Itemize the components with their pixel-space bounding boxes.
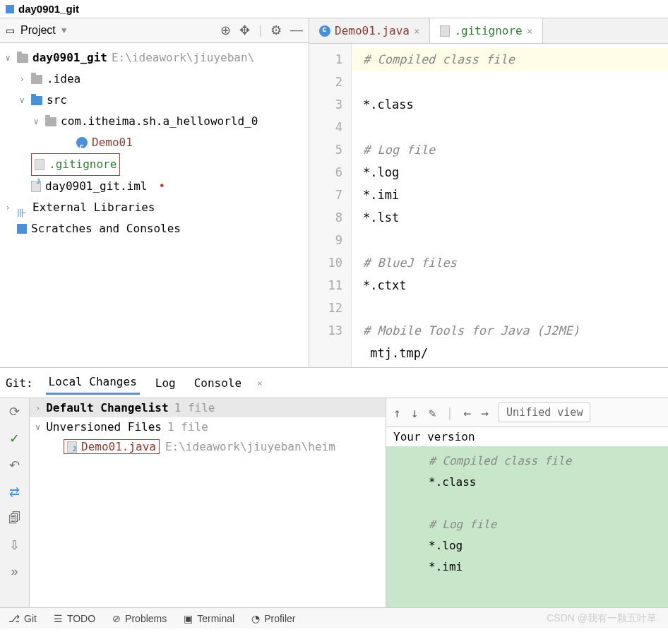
tree-item-scratches[interactable]: Scratches and Consoles: [0, 218, 309, 239]
git-panel: Git: Local Changes Log Console × ⟳ ✓ ↶ ⇄…: [0, 367, 668, 607]
tab-label: .gitignore: [454, 24, 522, 37]
label: day0901_git.iml: [45, 176, 148, 197]
close-icon[interactable]: ×: [527, 25, 532, 37]
class-icon: [76, 137, 88, 148]
your-version-label: Your version: [386, 427, 668, 446]
chevron-down-icon[interactable]: ∨: [3, 47, 13, 68]
chevron-right-icon[interactable]: ›: [3, 197, 13, 218]
git-label: Git:: [6, 376, 33, 390]
main-split: ▭ Project ▼ ⊕ ✥ | ⚙ — ∨ day0901_git E:\i…: [0, 18, 668, 367]
forward-icon[interactable]: →: [481, 405, 489, 420]
tree-item-iml[interactable]: day0901_git.iml •: [0, 176, 309, 197]
file-name: Demo01.java: [81, 440, 156, 453]
diff-toolbar: ↑ ↓ ✎ | ← → Unified view: [386, 398, 668, 427]
dropdown-icon[interactable]: ▼: [60, 25, 68, 35]
chevron-down-icon[interactable]: ∨: [35, 422, 40, 432]
library-icon: [17, 203, 28, 213]
commit-icon[interactable]: ✓: [9, 431, 20, 446]
label: Scratches and Consoles: [31, 218, 181, 239]
prev-change-icon[interactable]: ↑: [393, 405, 401, 420]
bottom-problems[interactable]: ⊘Problems: [104, 610, 175, 627]
tree-item-idea[interactable]: › .idea: [0, 68, 309, 90]
folder-icon: [31, 96, 42, 105]
chevron-right-icon[interactable]: ›: [35, 403, 40, 413]
tree-item-gitignore[interactable]: .gitignore: [0, 153, 309, 176]
unversioned-label: Unversioned Files: [46, 420, 162, 434]
editor-tabs: Demo01.java × .gitignore ×: [309, 18, 668, 44]
divider: |: [258, 23, 262, 38]
tab-label: Demo01.java: [335, 24, 410, 37]
branch-icon: [8, 613, 20, 624]
project-view-icon: ▭: [6, 25, 15, 36]
rollback-icon[interactable]: ↶: [9, 458, 20, 473]
todo-icon: ☰: [54, 613, 63, 624]
java-file-icon: [67, 441, 77, 453]
tab-log[interactable]: Log: [153, 372, 179, 394]
code-area[interactable]: # Compiled class file *.class # Log file…: [352, 44, 668, 367]
diff-panel: ↑ ↓ ✎ | ← → Unified view Your version # …: [386, 398, 668, 607]
default-changelist[interactable]: › Default Changelist 1 file: [30, 398, 386, 417]
edit-icon[interactable]: ✎: [429, 405, 436, 420]
folder-icon: [17, 54, 28, 63]
git-body: ⟳ ✓ ↶ ⇄ 🗐 ⇩ » › Default Changelist 1 fil…: [0, 398, 668, 607]
view-mode-button[interactable]: Unified view: [499, 402, 590, 422]
tree-item-demo[interactable]: Demo01: [0, 132, 309, 153]
unversioned-file-row[interactable]: Demo01.java E:\ideawork\jiuyeban\heim: [30, 436, 386, 457]
project-tree[interactable]: ∨ day0901_git E:\ideawork\jiuyeban\ › .i…: [0, 43, 309, 244]
git-sidebar: ⟳ ✓ ↶ ⇄ 🗐 ⇩ »: [0, 398, 30, 607]
profiler-icon: ◔: [251, 613, 260, 624]
tab-gitignore[interactable]: .gitignore ×: [430, 18, 543, 43]
refresh-icon[interactable]: ⟳: [9, 404, 20, 419]
chevron-right-icon[interactable]: ›: [17, 68, 27, 90]
more-icon[interactable]: »: [11, 564, 18, 579]
back-icon[interactable]: ←: [463, 405, 471, 420]
tree-item-src[interactable]: ∨ src: [0, 90, 309, 111]
next-change-icon[interactable]: ↓: [411, 405, 419, 420]
close-icon[interactable]: ×: [414, 25, 419, 37]
modified-dot: •: [159, 176, 166, 197]
download-icon[interactable]: ⇩: [9, 537, 20, 553]
unversioned-files[interactable]: ∨ Unversioned Files 1 file: [30, 417, 386, 436]
editor-body[interactable]: 12345678910111213 # Compiled class file …: [309, 44, 668, 367]
tree-item-package[interactable]: ∨ com.itheima.sh.a_helloworld_0: [0, 111, 309, 132]
project-title[interactable]: Project: [20, 24, 56, 37]
label: com.itheima.sh.a_helloworld_0: [61, 111, 258, 132]
git-changes[interactable]: › Default Changelist 1 file ∨ Unversione…: [30, 398, 386, 607]
label: .idea: [47, 68, 80, 90]
tab-local-changes[interactable]: Local Changes: [46, 371, 140, 395]
bottom-git[interactable]: Git: [0, 610, 45, 627]
close-icon[interactable]: ×: [257, 378, 263, 388]
file-icon: [35, 159, 44, 170]
terminal-icon: ▣: [184, 613, 193, 624]
chevron-down-icon[interactable]: ∨: [31, 111, 41, 132]
unversioned-count: 1 file: [167, 420, 208, 434]
diff-body[interactable]: # Compiled class file*.class # Log file*…: [386, 446, 668, 607]
bottom-terminal[interactable]: ▣Terminal: [175, 610, 243, 627]
chevron-down-icon[interactable]: ∨: [17, 90, 27, 111]
label: src: [47, 90, 67, 111]
changelist-label: Default Changelist: [46, 401, 168, 415]
package-icon: [45, 117, 56, 126]
expand-icon[interactable]: ✥: [239, 23, 250, 38]
tab-demo01[interactable]: Demo01.java ×: [309, 18, 430, 43]
diff-icon[interactable]: ⇄: [9, 484, 20, 500]
watermark: CSDN @我有一颗五叶草: [547, 612, 668, 625]
tree-item-external-libs[interactable]: › External Libraries: [0, 197, 309, 218]
tree-root[interactable]: ∨ day0901_git E:\ideawork\jiuyeban\: [0, 47, 309, 68]
bottom-todo[interactable]: ☰TODO: [45, 610, 104, 627]
editor-panel: Demo01.java × .gitignore × 1234567891011…: [309, 18, 668, 367]
app-icon: [6, 5, 14, 13]
bottom-profiler[interactable]: ◔Profiler: [243, 610, 304, 627]
tab-console[interactable]: Console: [191, 372, 244, 394]
locate-icon[interactable]: ⊕: [220, 23, 231, 38]
hide-icon[interactable]: —: [290, 23, 303, 38]
label: External Libraries: [32, 197, 155, 218]
shelve-icon[interactable]: 🗐: [8, 511, 21, 526]
window-title: day0901_git: [18, 3, 79, 15]
root-name: day0901_git: [32, 47, 107, 68]
gutter: 12345678910111213: [309, 44, 352, 367]
gear-icon[interactable]: ⚙: [270, 23, 282, 38]
file-path: E:\ideawork\jiuyeban\heim: [165, 440, 335, 453]
label: Demo01: [92, 132, 133, 153]
scratch-icon: [17, 224, 27, 234]
